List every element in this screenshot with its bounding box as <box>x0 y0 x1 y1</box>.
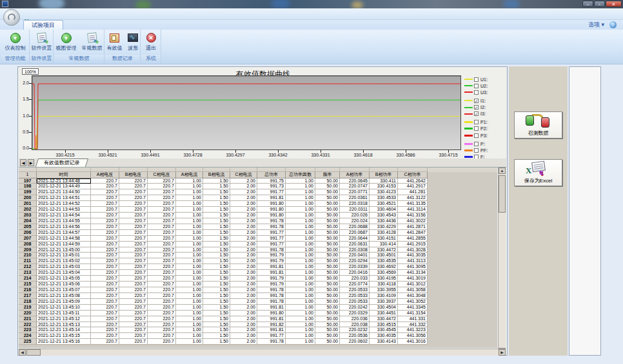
data-cell[interactable]: 330.4543 <box>370 213 398 218</box>
data-cell[interactable]: 2021-12-21 13:44:52 <box>37 201 91 207</box>
data-cell[interactable]: 220.0774 <box>340 282 370 287</box>
data-cell[interactable]: 2021-12-21 13:44:55 <box>37 218 91 224</box>
data-cell[interactable]: 330.4229 <box>370 224 398 230</box>
data-cell[interactable]: 441.2871 <box>398 224 428 230</box>
data-cell[interactable]: 441.3114 <box>398 207 428 213</box>
column-header-8[interactable]: 总功率 <box>257 172 286 178</box>
data-cell[interactable]: 330.4504 <box>370 305 398 311</box>
row-number-cell[interactable]: 208 <box>19 242 37 247</box>
data-cell[interactable]: 330.4118 <box>370 282 398 287</box>
data-cell[interactable]: 220.0644 <box>340 236 370 242</box>
data-cell[interactable]: 2.00 <box>230 316 257 322</box>
data-cell[interactable]: 441.331 <box>398 316 428 322</box>
data-cell[interactable]: 2.00 <box>230 242 257 247</box>
poll-data-button[interactable]: 召测数据 <box>514 111 562 139</box>
data-cell[interactable]: 1.00 <box>286 293 315 299</box>
data-cell[interactable]: 1.00 <box>286 316 315 322</box>
row-number-cell[interactable]: 201 <box>19 201 37 207</box>
data-cell[interactable]: 1.50 <box>203 184 230 189</box>
data-cell[interactable]: 220.7 <box>91 322 119 328</box>
data-cell[interactable]: 220.7 <box>119 247 148 253</box>
legend-checkbox[interactable]: ✓ <box>474 99 479 103</box>
data-cell[interactable]: 441.3134 <box>398 270 428 276</box>
data-cell[interactable]: 220.7 <box>148 242 176 247</box>
data-cell[interactable]: 1.00 <box>286 218 315 224</box>
data-cell[interactable]: 220.0747 <box>340 184 370 189</box>
data-cell[interactable]: 220.7 <box>119 287 148 293</box>
data-cell[interactable]: 220.0533 <box>340 293 370 299</box>
data-cell[interactable]: 220.7 <box>91 184 119 189</box>
sheet-next-icon[interactable]: ▶ <box>28 159 34 166</box>
data-cell[interactable]: 330.4195 <box>370 276 398 282</box>
data-cell[interactable]: 220.0416 <box>340 270 370 276</box>
data-cell[interactable]: 330.4035 <box>370 333 398 339</box>
data-cell[interactable]: 50.00 <box>315 311 340 316</box>
data-cell[interactable]: 330.3937 <box>370 299 398 305</box>
data-cell[interactable]: 1.00 <box>286 333 315 339</box>
data-cell[interactable]: 50.00 <box>315 207 340 213</box>
data-cell[interactable]: 441.3022 <box>398 218 428 224</box>
legend-checkbox[interactable] <box>474 120 479 124</box>
data-cell[interactable]: 1.00 <box>286 207 315 213</box>
data-cell[interactable]: 50.00 <box>315 270 340 276</box>
data-cell[interactable]: 2021-12-21 13:45:04 <box>37 270 91 276</box>
zoom-level-badge[interactable]: 100% <box>22 68 39 75</box>
data-cell[interactable]: 2021-12-21 13:44:54 <box>37 213 91 218</box>
data-cell[interactable]: 2021-12-21 13:45:02 <box>37 258 91 264</box>
data-cell[interactable]: 220.7 <box>148 218 176 224</box>
column-header-1[interactable]: 时间 <box>37 172 91 178</box>
data-cell[interactable]: 220.7 <box>148 333 176 339</box>
data-cell[interactable]: 50.00 <box>315 276 340 282</box>
data-cell[interactable]: 50.00 <box>315 253 340 258</box>
data-cell[interactable]: 50.00 <box>315 201 340 207</box>
data-cell[interactable]: 1.00 <box>176 213 203 218</box>
data-cell[interactable]: 2.00 <box>230 247 257 253</box>
data-cell[interactable]: 441.3135 <box>398 201 428 207</box>
data-cell[interactable]: 220.7 <box>119 230 148 236</box>
data-cell[interactable]: 441.3019 <box>398 276 428 282</box>
data-cell[interactable]: 2021-12-21 13:45:09 <box>37 299 91 305</box>
row-number-cell[interactable]: 213 <box>19 270 37 276</box>
data-cell[interactable]: 1.00 <box>286 224 315 230</box>
data-cell[interactable]: 50.00 <box>315 195 340 201</box>
data-cell[interactable]: 220.7 <box>91 270 119 276</box>
data-cell[interactable]: 2.00 <box>230 184 257 189</box>
data-cell[interactable]: 1.00 <box>176 287 203 293</box>
data-cell[interactable]: 220.7 <box>91 327 119 333</box>
data-cell[interactable]: 2.00 <box>230 224 257 230</box>
data-cell[interactable]: 330.4151 <box>370 236 398 242</box>
data-cell[interactable]: 220.7 <box>91 213 119 218</box>
data-cell[interactable]: 50.00 <box>315 293 340 299</box>
data-cell[interactable]: 1.00 <box>286 247 315 253</box>
data-cell[interactable]: 2021-12-21 13:45:01 <box>37 253 91 258</box>
data-cell[interactable]: 1.00 <box>176 316 203 322</box>
minimize-button[interactable]: – <box>582 1 593 7</box>
data-cell[interactable]: 2.00 <box>230 207 257 213</box>
data-cell[interactable]: 2021-12-21 13:44:58 <box>37 236 91 242</box>
data-cell[interactable]: 2.00 <box>230 322 257 328</box>
data-cell[interactable]: 220.7 <box>91 253 119 258</box>
data-cell[interactable]: 441.3048 <box>398 293 428 299</box>
data-cell[interactable]: 220.7 <box>119 242 148 247</box>
row-number-cell[interactable]: 211 <box>19 258 37 264</box>
data-cell[interactable]: 330.414 <box>370 242 398 247</box>
data-cell[interactable]: 220.7 <box>148 270 176 276</box>
data-cell[interactable]: 50.00 <box>315 236 340 242</box>
data-cell[interactable]: 50.00 <box>315 287 340 293</box>
column-header-10[interactable]: 频率 <box>315 172 340 178</box>
sheet-prev-icon[interactable]: ◀ <box>20 159 26 166</box>
data-cell[interactable]: 2.00 <box>230 305 257 311</box>
data-cell[interactable]: 220.038 <box>340 322 370 328</box>
data-cell[interactable]: 441.2847 <box>398 230 428 236</box>
data-cell[interactable]: 2021-12-21 13:45:15 <box>37 333 91 339</box>
save-excel-button[interactable]: X ↯ 保存为Excel <box>514 159 562 186</box>
data-cell[interactable]: 220.7 <box>119 201 148 207</box>
ribbon-button-视图管理[interactable]: 视图管理 <box>55 31 78 53</box>
data-cell[interactable]: 330.4128 <box>370 230 398 236</box>
data-cell[interactable]: 220.7 <box>91 218 119 224</box>
legend-checkbox[interactable] <box>474 126 479 131</box>
data-cell[interactable]: 2.00 <box>230 333 257 339</box>
data-cell[interactable]: 220.7 <box>91 189 119 195</box>
legend-checkbox[interactable]: ✓ <box>474 105 479 110</box>
row-number-cell[interactable]: 209 <box>19 247 37 253</box>
